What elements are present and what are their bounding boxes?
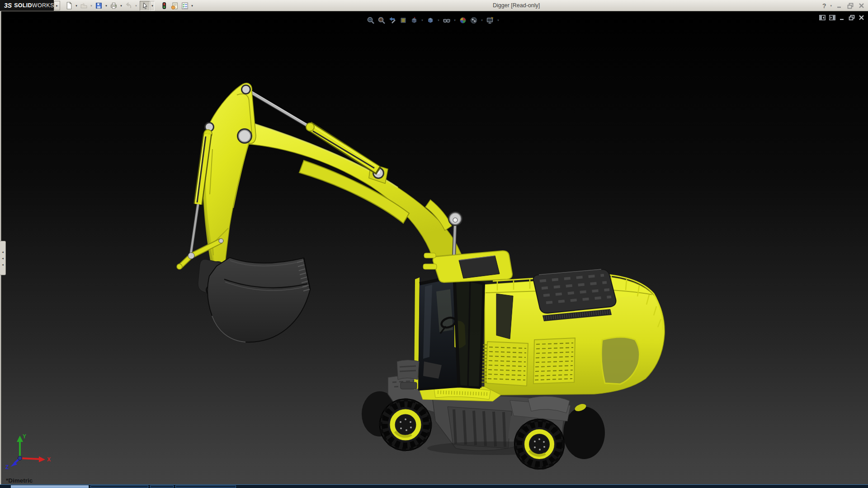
doc-close-button[interactable] bbox=[859, 15, 864, 20]
view-settings-button[interactable] bbox=[486, 16, 495, 25]
undo-button[interactable] bbox=[123, 1, 134, 11]
view-orientation-icon bbox=[410, 16, 418, 24]
appearance-beachball-icon bbox=[459, 16, 467, 24]
graphics-area[interactable]: ▾ ▾ ▾ bbox=[0, 11, 868, 484]
document-window-controls bbox=[819, 15, 864, 20]
zoom-to-fit-button[interactable] bbox=[366, 16, 375, 25]
collapse-arrow-icon: ◂ bbox=[2, 257, 4, 260]
eyeglasses-icon bbox=[443, 16, 451, 24]
taskbar-button[interactable] bbox=[90, 485, 148, 488]
select-cursor-icon bbox=[142, 2, 149, 9]
undo-dropdown[interactable]: ▾ bbox=[134, 1, 138, 11]
section-view-icon bbox=[399, 16, 407, 24]
options-button[interactable] bbox=[179, 1, 190, 11]
engine-cover[interactable] bbox=[533, 269, 616, 313]
headsup-view-toolbar: ▾ ▾ ▾ bbox=[366, 16, 500, 25]
previous-view-icon bbox=[388, 16, 396, 24]
minimize-button[interactable] bbox=[836, 2, 843, 9]
collapse-arrow-icon: ◂ bbox=[2, 250, 4, 253]
close-button[interactable] bbox=[858, 2, 865, 9]
boom[interactable] bbox=[243, 123, 462, 258]
view-orientation-dropdown[interactable]: ▾ bbox=[420, 19, 424, 22]
hide-show-items-dropdown[interactable]: ▾ bbox=[453, 19, 457, 22]
triad-x-label: X bbox=[47, 456, 51, 463]
edit-appearance-button[interactable] bbox=[458, 16, 467, 25]
zoom-to-area-icon bbox=[377, 16, 386, 24]
windows-taskbar-edge[interactable] bbox=[0, 484, 868, 488]
doc-restore-button[interactable] bbox=[849, 15, 855, 20]
solidworks-window: 3S SOLIDWORKS ▸ ▾ ▾ bbox=[0, 0, 868, 488]
display-style-dropdown[interactable]: ▾ bbox=[437, 19, 440, 22]
titlebar: 3S SOLIDWORKS ▸ ▾ ▾ bbox=[0, 0, 868, 11]
undo-icon bbox=[125, 2, 132, 9]
apply-scene-dropdown[interactable]: ▾ bbox=[480, 19, 484, 22]
apply-scene-button[interactable] bbox=[469, 16, 478, 25]
apply-scene-icon bbox=[470, 16, 478, 24]
file-properties-icon bbox=[170, 2, 179, 10]
zoom-to-fit-icon bbox=[367, 16, 375, 24]
view-orientation-label: *Dimetric bbox=[6, 477, 33, 484]
zoom-to-area-button[interactable] bbox=[377, 16, 386, 25]
new-document-dropdown[interactable]: ▾ bbox=[74, 1, 79, 11]
dipper-arm[interactable] bbox=[203, 83, 256, 270]
help-dropdown[interactable]: ▾ bbox=[830, 4, 832, 8]
select-tool-button[interactable] bbox=[140, 1, 150, 11]
section-view-button[interactable] bbox=[399, 16, 408, 25]
feature-tree-collapse-tab[interactable]: ◂ ◂ ◂ bbox=[0, 241, 6, 275]
view-settings-dropdown[interactable]: ▾ bbox=[496, 19, 500, 22]
save-floppy-icon bbox=[95, 2, 103, 9]
wheel-rear[interactable] bbox=[514, 419, 564, 469]
options-dropdown[interactable]: ▾ bbox=[190, 1, 194, 11]
taskbar-button[interactable] bbox=[150, 485, 174, 488]
new-document-icon bbox=[65, 2, 73, 9]
save-button[interactable] bbox=[94, 1, 104, 11]
new-document-button[interactable] bbox=[64, 1, 74, 11]
triad-y-label: Y bbox=[23, 433, 26, 440]
open-folder-icon bbox=[80, 2, 88, 9]
doc-minimize-button[interactable] bbox=[839, 15, 845, 20]
brand-name-light: WORKS bbox=[32, 2, 54, 9]
taskbar-button[interactable] bbox=[175, 485, 236, 488]
menu-flyout-button[interactable]: ▸ bbox=[54, 1, 60, 10]
previous-view-button[interactable] bbox=[388, 16, 397, 25]
triad-z-label: Z bbox=[5, 464, 9, 470]
cab-roof bbox=[433, 251, 512, 282]
select-tool-dropdown[interactable]: ▾ bbox=[150, 1, 155, 11]
print-button[interactable] bbox=[108, 1, 119, 11]
bucket[interactable] bbox=[208, 258, 310, 342]
dassault-3ds-logo-icon: 3S bbox=[4, 2, 12, 9]
print-dropdown[interactable]: ▾ bbox=[119, 1, 123, 11]
collapse-arrow-icon: ◂ bbox=[2, 263, 4, 266]
traffic-light-icon bbox=[160, 2, 168, 9]
file-properties-button[interactable] bbox=[169, 1, 179, 11]
pane-toggle-left-button[interactable] bbox=[819, 15, 826, 20]
boom-base-pin[interactable] bbox=[448, 211, 462, 226]
select-tool-group: ▾ bbox=[140, 1, 155, 11]
window-controls: ? ▾ bbox=[822, 0, 865, 11]
taskbar-button[interactable] bbox=[11, 485, 89, 488]
document-title: Digger [Read-only] bbox=[493, 0, 540, 11]
options-checklist-icon bbox=[181, 2, 189, 10]
open-document-button[interactable] bbox=[79, 1, 89, 11]
hide-show-items-button[interactable] bbox=[442, 16, 451, 25]
display-style-icon bbox=[426, 16, 434, 24]
brand-name-bold: SOLID bbox=[14, 2, 32, 9]
3d-model-digger[interactable] bbox=[0, 11, 868, 484]
solidworks-logo: 3S SOLIDWORKS bbox=[0, 0, 54, 11]
help-button[interactable]: ? bbox=[822, 2, 826, 9]
rebuild-button[interactable] bbox=[159, 1, 169, 11]
display-style-button[interactable] bbox=[426, 16, 435, 25]
open-document-dropdown[interactable]: ▾ bbox=[89, 1, 94, 11]
pane-toggle-right-button[interactable] bbox=[829, 15, 835, 20]
main-toolbar: ▾ ▾ ▾ bbox=[64, 0, 194, 11]
print-icon bbox=[110, 2, 118, 9]
view-orientation-button[interactable] bbox=[410, 16, 419, 25]
save-dropdown[interactable]: ▾ bbox=[104, 1, 108, 11]
wheel-front[interactable] bbox=[380, 399, 431, 450]
reference-triad: Z X Y bbox=[3, 432, 57, 474]
restore-button[interactable] bbox=[847, 2, 854, 9]
view-settings-icon bbox=[486, 16, 494, 24]
